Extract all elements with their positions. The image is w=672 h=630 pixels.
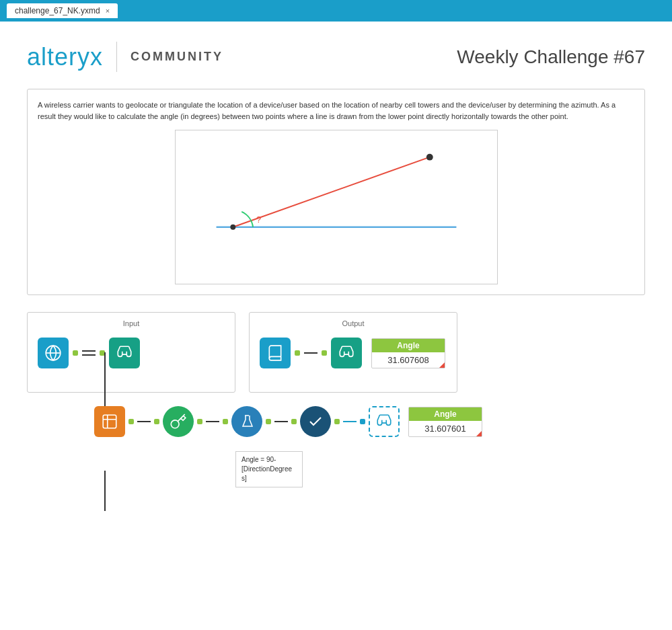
- bottom-workflow: Angle 31.607601 Angle = 90- [DirectionDe…: [27, 406, 645, 437]
- tab-label: challenge_67_NK.yxmd: [15, 6, 100, 15]
- globe-tool[interactable]: [38, 338, 69, 368]
- connector-line-1: [82, 350, 96, 352]
- connector-line-4: [137, 421, 151, 422]
- result-value-top: 31.607608: [372, 352, 445, 368]
- main-content: alteryx COMMUNITY Weekly Challenge #67 A…: [0, 22, 672, 630]
- connector-dot-12: [360, 419, 365, 424]
- connector-dot-10: [291, 419, 297, 424]
- result-box-bottom: Angle 31.607601: [408, 407, 482, 437]
- binoculars-tool-dashed[interactable]: [369, 406, 400, 437]
- description-text: A wireless carrier wants to geolocate or…: [38, 100, 634, 122]
- vertical-line-2: [104, 471, 106, 511]
- result-box-top: Angle 31.607608: [371, 338, 445, 368]
- description-box: A wireless carrier wants to geolocate or…: [27, 89, 645, 295]
- vertical-line-bottom: [104, 471, 645, 511]
- svg-text:?: ?: [256, 214, 261, 225]
- book-tool[interactable]: [260, 338, 291, 368]
- svg-point-3: [230, 225, 235, 230]
- connector-dot-8: [223, 419, 228, 424]
- connector-dot-6: [154, 419, 159, 424]
- connector-dot-7: [197, 419, 202, 424]
- connector-dot-4: [322, 350, 327, 356]
- result-header-bottom: Angle: [409, 407, 482, 421]
- connector-dot-1: [73, 350, 78, 356]
- workflow-area: Input: [27, 312, 645, 393]
- flask-tool[interactable]: [231, 406, 262, 437]
- connector-line-5: [206, 421, 219, 422]
- result-value-bottom: 31.607601: [409, 421, 482, 436]
- challenge-title: Weekly Challenge #67: [457, 46, 645, 68]
- output-box: Output: [249, 312, 457, 393]
- connector-line-blue: [343, 421, 357, 422]
- header: alteryx COMMUNITY Weekly Challenge #67: [27, 42, 645, 72]
- result-header-top: Angle: [372, 339, 445, 352]
- output-tool-row: Angle 31.607608: [260, 338, 447, 368]
- input-tool-row: [38, 338, 225, 368]
- input-box: Input: [27, 312, 235, 393]
- header-divider: [116, 42, 117, 72]
- connector-dot-11: [334, 419, 340, 424]
- connector-dot-9: [266, 419, 271, 424]
- formula-tool[interactable]: [163, 406, 194, 437]
- title-bar: challenge_67_NK.yxmd ×: [0, 0, 672, 22]
- binoculars-tool-2[interactable]: [331, 338, 362, 368]
- connector-dot-3: [295, 350, 300, 356]
- binoculars-tool-1[interactable]: [109, 338, 140, 368]
- connector-dot-5: [128, 419, 134, 424]
- close-icon[interactable]: ×: [106, 7, 110, 15]
- alteryx-logo: alteryx: [27, 43, 103, 71]
- workflow-container: Input: [27, 312, 645, 511]
- svg-line-1: [233, 157, 429, 227]
- input-label: Input: [38, 319, 225, 327]
- angle-diagram-container: ?: [175, 130, 498, 284]
- vertical-line-1: [104, 352, 106, 406]
- connector-line-6: [274, 421, 288, 422]
- output-label: Output: [260, 319, 447, 327]
- angle-diagram-svg: ?: [176, 130, 497, 284]
- tab[interactable]: challenge_67_NK.yxmd ×: [7, 3, 118, 18]
- check-tool[interactable]: [300, 406, 331, 437]
- select-records-tool[interactable]: [94, 406, 125, 437]
- svg-point-2: [426, 154, 433, 161]
- svg-rect-7: [103, 415, 116, 428]
- connector-line-2: [82, 354, 96, 356]
- community-label: COMMUNITY: [130, 50, 223, 64]
- connector-line-3: [304, 352, 318, 354]
